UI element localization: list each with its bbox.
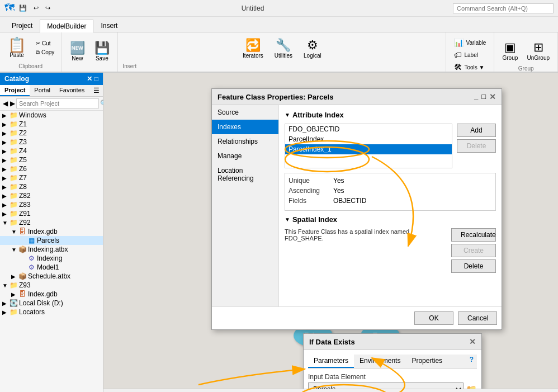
command-search[interactable] [453, 3, 554, 13]
quick-save[interactable]: 💾 [17, 3, 29, 13]
list-item[interactable]: ▼ 📁 Z93 [0, 281, 103, 290]
utilities-button[interactable]: 🔧 Utilities [271, 36, 296, 61]
list-item[interactable]: ▼ 📦 Indexing.atbx [0, 245, 103, 254]
list-item[interactable]: ▶ 📁 Z3 [0, 138, 103, 147]
recalculate-button[interactable]: Recalculate [451, 228, 496, 242]
iterators-label: Iterators [243, 53, 263, 59]
nav-manage[interactable]: Manage [212, 149, 278, 163]
list-item-indexing[interactable]: ⚙ Indexing [0, 254, 103, 263]
fcp-ok-button[interactable]: OK [414, 311, 453, 325]
command-search-input[interactable] [453, 3, 554, 13]
list-item-parcels[interactable]: ▦ Parcels [0, 236, 103, 245]
copy-button[interactable]: ⧉ Copy [34, 48, 56, 57]
list-item[interactable]: ▶ 📦 Schedule.atbx [0, 272, 103, 281]
fcp-cancel-button[interactable]: Cancel [458, 311, 497, 325]
ungroup-button[interactable]: ⊞ UnGroup [523, 38, 553, 63]
ide-tabs: Parameters Environments Properties ? [308, 355, 477, 369]
tab-project[interactable]: Project [4, 19, 40, 32]
tab-modelbuilder[interactable]: ModelBuilder [40, 20, 93, 32]
new-button[interactable]: 🆕 New [66, 39, 88, 64]
list-item[interactable]: ▶ 📁 Z1 [0, 120, 103, 129]
forward-icon[interactable]: ▶ [9, 98, 16, 108]
ribbon-variable: 📊 Variable 🏷 Label 🛠 Tools ▼ [446, 32, 494, 72]
variable-button[interactable]: 📊 Variable [451, 37, 489, 48]
ribbon: 📋 Paste ✂ Cut ⧉ Copy Clipboard 🆕 Ne [0, 32, 558, 73]
logical-button[interactable]: ⚙ Logical [300, 36, 325, 61]
list-item[interactable]: ▶ 📁 Z4 [0, 147, 103, 155]
index-item-0[interactable]: FDO_OBJECTID [285, 124, 452, 134]
list-item[interactable]: ▶ 💽 Local Disk (D:) [0, 299, 103, 308]
tree-label: Parcels [37, 237, 59, 244]
delete-index-button[interactable]: Delete [457, 139, 496, 153]
list-item[interactable]: ▶ 📁 Z82 [0, 191, 103, 200]
ribbon-insert: 🔁 Iterators 🔧 Utilities ⚙ Logical Insert [118, 32, 446, 72]
list-item[interactable]: ▶ 📁 Z2 [0, 129, 103, 138]
tab-project[interactable]: Project [0, 85, 30, 96]
add-index-button[interactable]: Add [457, 124, 496, 137]
search-input[interactable] [16, 98, 99, 108]
list-item[interactable]: ▶ 📁 Z5 [0, 155, 103, 164]
ungroup-label: UnGroup [527, 55, 550, 61]
nav-location-referencing[interactable]: Location Referencing [212, 163, 278, 186]
ide-close[interactable]: ✕ [469, 337, 476, 346]
group-button[interactable]: ▣ Group [499, 38, 521, 63]
nav-indexes[interactable]: Indexes [212, 120, 278, 134]
tab-insert[interactable]: Insert [93, 19, 125, 32]
nav-source[interactable]: Source [212, 105, 278, 120]
tree-label: Local Disk (D:) [19, 299, 63, 307]
spatial-delete-button[interactable]: Delete [451, 259, 496, 273]
ide-tab-environments[interactable]: Environments [354, 355, 406, 368]
index-item-1[interactable]: ParcelIndex [285, 134, 452, 144]
list-item[interactable]: ▼ 📁 Z92 [0, 218, 103, 227]
tab-portal[interactable]: Portal [30, 85, 55, 96]
fcp-close[interactable]: ✕ [489, 92, 496, 101]
tree-label: Z7 [19, 174, 27, 182]
index-item-2[interactable]: ParcelIndex_1 [285, 144, 452, 154]
ide-tab-properties[interactable]: Properties [406, 355, 448, 368]
list-item[interactable]: ▶ 📁 Z7 [0, 173, 103, 182]
ide-help-icon[interactable]: ? [466, 355, 477, 368]
scissors-icon: ✂ [36, 40, 40, 46]
list-item[interactable]: ▶ 📁 Windows [0, 111, 103, 120]
app-icon: 🗺 [4, 2, 15, 14]
tab-favorites[interactable]: Favorites [55, 85, 89, 96]
ide-tab-parameters[interactable]: Parameters [308, 355, 354, 368]
fcp-title[interactable]: Feature Class Properties: Parcels _ □ ✕ [212, 89, 502, 105]
tree-label: Z8 [19, 183, 27, 191]
catalog-controls[interactable]: ✕ □ [87, 75, 98, 83]
tree-label: Z1 [19, 120, 27, 128]
list-item[interactable]: ▶ 📁 Z8 [0, 182, 103, 191]
list-item[interactable]: ▼ 🗄 Index.gdb [0, 227, 103, 236]
quick-undo[interactable]: ↩ [31, 3, 41, 13]
nav-relationships[interactable]: Relationships [212, 134, 278, 149]
tree-label: Z6 [19, 165, 27, 173]
list-item[interactable]: ▶ 📁 Locators [0, 308, 103, 317]
ide-title[interactable]: If Data Exists ✕ [304, 334, 481, 350]
list-item[interactable]: ⚙ Model1 [0, 263, 103, 272]
prop-unique: Unique Yes [289, 177, 492, 185]
catalog-menu-icon[interactable]: ☰ [90, 85, 103, 96]
list-item[interactable]: ▶ 📁 Z6 [0, 164, 103, 173]
fcp-minimize[interactable]: _ [474, 92, 478, 101]
copy-icon: ⧉ [36, 49, 40, 56]
list-item[interactable]: ▶ 🗄 Index.gdb [0, 290, 103, 299]
paste-label: Paste [10, 52, 24, 58]
tools-button[interactable]: 🛠 Tools ▼ [451, 62, 489, 73]
iterators-button[interactable]: 🔁 Iterators [239, 36, 267, 61]
cut-button[interactable]: ✂ Cut [34, 39, 56, 48]
paste-button[interactable]: 📋 Paste [4, 35, 29, 60]
tree-label: Indexing.atbx [28, 245, 68, 253]
ide-body: Parameters Environments Properties ? Inp… [304, 350, 481, 392]
main-canvas[interactable]: Parcels If DataExists False True Add Att… [103, 73, 558, 392]
fcp-maximize[interactable]: □ [481, 92, 486, 101]
list-item[interactable]: ▶ 📁 Z91 [0, 209, 103, 218]
create-button[interactable]: Create [451, 244, 496, 257]
quick-redo[interactable]: ↪ [43, 3, 53, 13]
label-button[interactable]: 🏷 Label [451, 49, 489, 60]
save-button[interactable]: 💾 Save [91, 39, 113, 64]
ribbon-clipboard: 📋 Paste ✂ Cut ⧉ Copy Clipboard [0, 32, 62, 72]
back-icon[interactable]: ◀ [2, 98, 9, 108]
index-list-col: FDO_OBJECTID ParcelIndex ParcelIndex_1 [285, 124, 452, 173]
ribbon-tabs: Project ModelBuilder Insert [0, 17, 558, 32]
list-item[interactable]: ▶ 📁 Z83 [0, 200, 103, 209]
